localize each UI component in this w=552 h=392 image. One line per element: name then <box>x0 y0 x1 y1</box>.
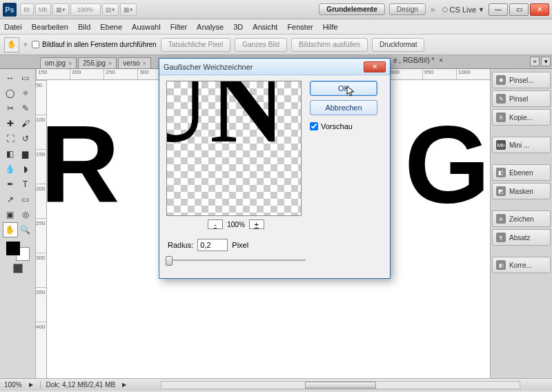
eraser-tool[interactable]: ◧ <box>3 146 18 161</box>
panel-pinsel[interactable]: ✎Pinsel <box>492 90 551 107</box>
options-bar: ✋ ▾ Bildlauf in allen Fenstern durchführ… <box>0 35 552 55</box>
gaussian-blur-dialog: Gaußscher Weichzeichner ✕ UN - 100% + Ra… <box>159 58 391 279</box>
hand-tool[interactable]: ✋ <box>3 222 18 237</box>
panel-masken[interactable]: ◩Masken <box>492 183 551 199</box>
tab-close-icon[interactable]: × <box>143 60 146 67</box>
actual-pixels-button[interactable]: Tatsächliche Pixel <box>161 38 230 52</box>
radius-unit: Pixel <box>232 241 248 249</box>
pen-tool[interactable]: ✒ <box>3 177 18 192</box>
dialog-preview[interactable]: UN <box>166 81 302 216</box>
zoom-out-button[interactable]: - <box>208 219 223 229</box>
tab-256[interactable]: 256.jpg× <box>78 57 117 68</box>
panel-dock: ✱Pinsel... ✎Pinsel ⎘Kopie... MbMini ... … <box>490 69 552 378</box>
menu-datei[interactable]: Datei <box>4 23 22 31</box>
color-swatch[interactable] <box>6 242 30 261</box>
window-maximize-button[interactable]: ▭ <box>509 3 529 16</box>
lasso-tool[interactable]: ◯ <box>3 86 18 101</box>
minibridge-button[interactable]: Mb <box>35 3 51 16</box>
arrange-button[interactable]: ▦▾ <box>120 3 137 16</box>
cs-live-button[interactable]: CS Live▼ <box>442 6 484 14</box>
menu-analyse[interactable]: Analyse <box>197 23 224 31</box>
wand-tool[interactable]: ✧ <box>18 86 33 101</box>
status-zoom[interactable]: 100% <box>4 381 22 389</box>
status-bar: 100% ▶ Dok: 4,12 MB/2,41 MB ▶ <box>0 378 552 391</box>
dodge-tool[interactable]: ◗ <box>18 161 33 177</box>
blur-tool[interactable]: 💧 <box>3 161 18 177</box>
crop-tool[interactable]: ✂ <box>3 101 18 116</box>
active-tab-info: e , RGB/8#) * × <box>393 57 443 64</box>
workspace-design[interactable]: Design <box>389 3 426 15</box>
ok-button[interactable]: OK <box>310 81 377 96</box>
dialog-title: Gaußscher Weichzeichner <box>164 63 253 71</box>
shape-tool[interactable]: ▭ <box>18 192 33 207</box>
tab-close-icon[interactable]: × <box>68 60 72 67</box>
panel-korrekturen[interactable]: ◐Korre... <box>492 257 551 273</box>
panel-absatz[interactable]: ¶Absatz <box>492 229 551 246</box>
radius-slider[interactable] <box>168 255 306 265</box>
menu-bild[interactable]: Bild <box>78 23 90 31</box>
tab-menu[interactable]: ▾ <box>541 57 551 66</box>
workspace-more-icon[interactable]: » <box>431 5 435 14</box>
heal-tool[interactable]: ✚ <box>3 116 18 131</box>
bridge-button[interactable]: Br <box>20 3 34 16</box>
marquee-tool[interactable]: ▭ <box>18 70 33 86</box>
cancel-button[interactable]: Abbrechen <box>310 100 377 115</box>
scroll-all-windows-checkbox[interactable]: Bildlauf in allen Fenstern durchführen <box>32 41 157 48</box>
zoom-value: 100% <box>227 221 245 228</box>
hand-tool-icon[interactable]: ✋ <box>4 37 19 52</box>
menu-auswahl[interactable]: Auswahl <box>132 23 161 31</box>
zoom-in-button[interactable]: + <box>249 219 264 229</box>
eyedropper-tool[interactable]: ✎ <box>18 101 33 116</box>
app-logo-icon: Ps <box>3 3 17 17</box>
print-size-button[interactable]: Druckformat <box>372 38 424 52</box>
radius-input[interactable] <box>197 239 228 251</box>
tab-close-icon[interactable]: × <box>108 60 112 67</box>
horizontal-scrollbar[interactable] <box>161 381 520 389</box>
menu-filter[interactable]: Filter <box>170 23 187 31</box>
panel-minibridge[interactable]: MbMini ... <box>492 137 551 153</box>
tab-om[interactable]: om.jpg× <box>40 57 77 68</box>
move-tool[interactable]: ↔ <box>3 70 18 86</box>
brush-tool[interactable]: 🖌 <box>18 116 33 131</box>
gradient-tool[interactable]: ▆ <box>18 146 33 161</box>
workspace-grundelemente[interactable]: Grundelemente <box>319 3 384 15</box>
screen-mode-button[interactable]: ▦▾ <box>52 3 69 16</box>
viewextras-button[interactable]: ▤▾ <box>102 3 119 16</box>
tab-nav-right[interactable]: » <box>530 57 540 66</box>
3d-tool[interactable]: ▣ <box>3 207 18 222</box>
dialog-titlebar[interactable]: Gaußscher Weichzeichner ✕ <box>159 59 390 75</box>
zoom-level[interactable]: 100% <box>70 3 101 16</box>
path-tool[interactable]: ↗ <box>3 192 18 207</box>
radius-label: Radius: <box>168 241 193 249</box>
preview-checkbox[interactable]: Vorschau <box>310 122 377 130</box>
window-close-button[interactable]: ✕ <box>530 3 549 16</box>
type-tool[interactable]: T <box>18 177 33 192</box>
panel-kopierquelle[interactable]: ⎘Kopie... <box>492 109 551 126</box>
history-brush-tool[interactable]: ↺ <box>18 131 33 146</box>
dialog-close-button[interactable]: ✕ <box>364 61 386 72</box>
menu-fenster[interactable]: Fenster <box>287 23 313 31</box>
toolbox: ↔▭ ◯✧ ✂✎ ✚🖌 ⛶↺ ◧▆ 💧◗ ✒T ↗▭ ▣◎ ✋🔍 <box>0 69 36 378</box>
fill-screen-button[interactable]: Bildschirm ausfüllen <box>291 38 368 52</box>
zoom-tool[interactable]: 🔍 <box>18 222 33 237</box>
fit-screen-button[interactable]: Ganzes Bild <box>235 38 287 52</box>
panel-zeichen[interactable]: AZeichen <box>492 210 551 227</box>
menu-bar: Datei Bearbeiten Bild Ebene Auswahl Filt… <box>0 19 552 35</box>
camera-tool[interactable]: ◎ <box>18 207 33 222</box>
quickmask-icon[interactable] <box>13 264 23 273</box>
panel-pinselvorgaben[interactable]: ✱Pinsel... <box>492 72 551 88</box>
menu-ansicht[interactable]: Ansicht <box>253 23 277 31</box>
menu-3d[interactable]: 3D <box>233 23 243 31</box>
title-bar: Ps Br Mb ▦▾ 100% ▤▾ ▦▾ Grundelemente Des… <box>0 0 552 19</box>
stamp-tool[interactable]: ⛶ <box>3 131 18 146</box>
panel-ebenen[interactable]: ◧Ebenen <box>492 164 551 181</box>
window-minimize-button[interactable]: — <box>489 3 508 16</box>
menu-bearbeiten[interactable]: Bearbeiten <box>32 23 68 31</box>
status-docinfo[interactable]: Dok: 4,12 MB/2,41 MB <box>40 381 116 389</box>
menu-ebene[interactable]: Ebene <box>100 23 122 31</box>
tab-verso[interactable]: verso× <box>118 57 151 68</box>
menu-hilfe[interactable]: Hilfe <box>323 23 338 31</box>
